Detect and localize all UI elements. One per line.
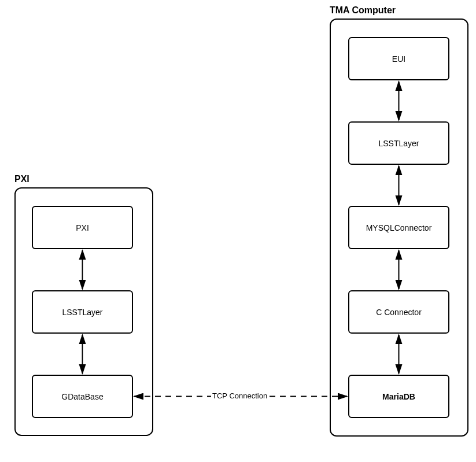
tcp-connection-label: TCP Connection [211,391,268,400]
